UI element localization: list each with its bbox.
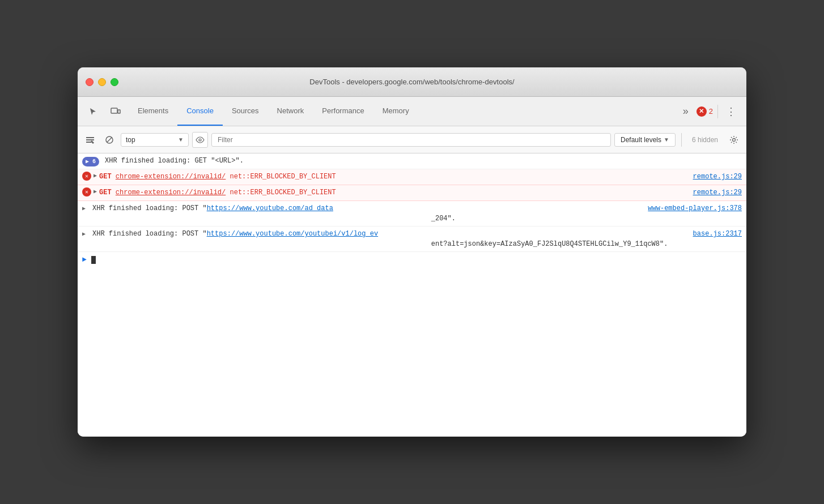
- svg-point-8: [199, 139, 201, 141]
- entry-2-triangle: ▶: [94, 172, 97, 180]
- levels-dropdown-icon: ▼: [664, 136, 669, 143]
- tab-bar-right: » ✕ 2 ⋮: [677, 97, 744, 126]
- console-prompt[interactable]: ►: [78, 252, 746, 267]
- title-bar: DevTools - developers.google.com/web/too…: [78, 67, 746, 97]
- count-badge-6: ▶ 6: [82, 157, 99, 166]
- console-toolbar: top ▼ Default levels ▼ 6 hidden: [78, 126, 746, 153]
- tab-console[interactable]: Console: [177, 97, 223, 126]
- minimize-button[interactable]: [98, 78, 106, 86]
- console-content: ▶ 6 XHR finished loading: GET "<URL>". ✕…: [78, 153, 746, 437]
- svg-rect-4: [86, 142, 91, 143]
- clear-console-button[interactable]: [82, 132, 98, 148]
- tab-bar: Elements Console Sources Network Perform…: [78, 97, 746, 126]
- divider: [717, 105, 718, 118]
- error-badge: ✕ 2: [696, 106, 713, 117]
- log-entry-4: ▶ XHR finished loading: POST "https://ww…: [78, 201, 746, 227]
- context-value: top: [126, 136, 135, 144]
- filter-input[interactable]: [211, 133, 611, 147]
- device-toggle-button[interactable]: [107, 103, 124, 120]
- log-entry-1: ▶ 6 XHR finished loading: GET "<URL>".: [78, 153, 746, 169]
- window-title: DevTools - developers.google.com/web/too…: [309, 78, 514, 86]
- error-count: 2: [709, 107, 713, 116]
- default-levels-button[interactable]: Default levels ▼: [614, 133, 676, 147]
- block-button[interactable]: [101, 132, 117, 148]
- toolbar-divider: [681, 133, 682, 147]
- maximize-button[interactable]: [111, 78, 118, 86]
- log-entry-3: ✕ ▶ GET chrome-extension://invalid/ net:…: [78, 185, 746, 201]
- entry-3-url[interactable]: chrome-extension://invalid/: [116, 189, 226, 197]
- close-button[interactable]: [86, 78, 94, 86]
- entry-4-source[interactable]: www-embed-player.js:378: [639, 203, 742, 213]
- settings-button[interactable]: [726, 132, 742, 148]
- svg-rect-3: [86, 139, 94, 140]
- log-entry-2: ✕ ▶ GET chrome-extension://invalid/ net:…: [78, 169, 746, 185]
- tab-memory[interactable]: Memory: [373, 97, 418, 126]
- prompt-arrow-icon: ►: [82, 255, 87, 264]
- context-selector[interactable]: top ▼: [121, 133, 189, 147]
- entry-5-text: XHR finished loading: POST "https://www.…: [92, 229, 684, 249]
- cursor: [91, 256, 96, 264]
- log-entry-5: ▶ XHR finished loading: POST "https://ww…: [78, 227, 746, 252]
- tab-bar-icons: [80, 97, 129, 126]
- svg-rect-0: [111, 108, 117, 113]
- entry-2-error-icon: ✕: [82, 172, 91, 181]
- tab-elements[interactable]: Elements: [129, 97, 177, 126]
- entry-2-url[interactable]: chrome-extension://invalid/: [116, 173, 226, 181]
- entry-1-text: XHR finished loading: GET "<URL>".: [105, 156, 742, 166]
- entry-5-url[interactable]: https://www.youtube.com/youtubei/v1/log_…: [207, 230, 378, 238]
- svg-rect-2: [86, 137, 94, 138]
- entry-2-text: GET chrome-extension://invalid/ net::ERR…: [99, 172, 684, 182]
- tab-performance[interactable]: Performance: [313, 97, 373, 126]
- entry-4-text: XHR finished loading: POST "https://www.…: [92, 203, 639, 224]
- tab-sources[interactable]: Sources: [223, 97, 268, 126]
- entry-5-source[interactable]: base.js:2317: [684, 229, 742, 239]
- entry-4-icon: ▶: [82, 204, 89, 213]
- devtools-window: DevTools - developers.google.com/web/too…: [78, 67, 746, 437]
- svg-line-7: [107, 137, 112, 142]
- more-tabs-button[interactable]: »: [677, 103, 694, 120]
- traffic-lights: [86, 78, 118, 86]
- error-badge-icon: ✕: [696, 106, 707, 117]
- cursor-icon-button[interactable]: [84, 103, 101, 120]
- hidden-count: 6 hidden: [687, 136, 723, 144]
- entry-3-error-icon: ✕: [82, 187, 91, 197]
- dropdown-arrow-icon: ▼: [178, 136, 184, 143]
- entry-4-url[interactable]: https://www.youtube.com/ad_data: [207, 204, 333, 212]
- svg-point-9: [733, 138, 736, 141]
- entry-3-text: GET chrome-extension://invalid/ net::ERR…: [99, 187, 684, 198]
- eye-button[interactable]: [192, 132, 208, 148]
- levels-label: Default levels: [621, 136, 661, 144]
- entry-1-icon: ▶ 6: [82, 157, 101, 166]
- tab-network[interactable]: Network: [268, 97, 313, 126]
- entry-3-source[interactable]: remote.js:29: [684, 187, 742, 198]
- entry-2-source[interactable]: remote.js:29: [684, 172, 742, 182]
- entry-3-triangle: ▶: [94, 187, 97, 196]
- svg-rect-1: [118, 110, 120, 113]
- entry-5-icon: ▶: [82, 230, 89, 238]
- kebab-menu-button[interactable]: ⋮: [723, 103, 740, 120]
